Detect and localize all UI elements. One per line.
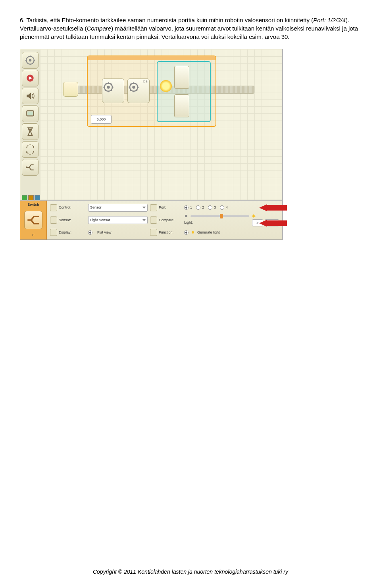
switch-false-branch[interactable] <box>174 94 189 117</box>
instruction-paragraph: 6. Tarkista, että Ehto-komento tarkkaile… <box>20 16 361 41</box>
config-panel-header: Switch 0 <box>20 201 47 239</box>
genlight-label: Generate light <box>197 230 220 235</box>
light-label: Light: <box>184 220 193 225</box>
tool-loop[interactable] <box>22 141 38 158</box>
port-4-radio[interactable]: 4 <box>220 205 228 210</box>
palette-tab-2[interactable] <box>28 195 34 201</box>
compare-icon <box>150 216 157 224</box>
flatview-radio[interactable] <box>88 230 92 235</box>
start-node[interactable] <box>63 82 78 97</box>
sensor-icon <box>50 216 57 224</box>
config-count: 0 <box>32 233 34 238</box>
sensor-label: Sensor: <box>50 216 86 224</box>
svg-point-9 <box>132 86 135 89</box>
program-canvas[interactable]: 5,000 C B <box>40 49 282 200</box>
motor-block-1[interactable] <box>102 79 124 103</box>
display-icon <box>50 229 57 236</box>
genlight-radio[interactable] <box>184 230 189 235</box>
svg-rect-4 <box>28 112 33 115</box>
bright-icon <box>252 214 256 218</box>
genlight-icon <box>191 230 195 234</box>
switch-block[interactable] <box>157 61 211 122</box>
config-grid: Control: Sensor Port: 1 2 3 4 Sensor: Li… <box>47 201 282 239</box>
svg-point-10 <box>185 215 187 217</box>
red-arrow-compare <box>259 220 287 227</box>
svg-point-11 <box>252 215 255 217</box>
palette-tabs[interactable] <box>22 195 40 201</box>
motor-block-2[interactable]: C B <box>127 79 150 103</box>
config-panel: Switch 0 Control: Sensor Port: 1 2 3 4 <box>20 200 282 239</box>
tool-record[interactable] <box>22 70 38 86</box>
svg-point-12 <box>192 231 194 234</box>
motor-ports-label: C B <box>143 80 148 84</box>
tool-display[interactable] <box>22 105 38 122</box>
svg-point-7 <box>107 86 110 89</box>
display-label: Display: <box>50 229 86 236</box>
compare-label: Compare: <box>150 216 182 224</box>
compare-italic: Compare <box>87 25 111 32</box>
control-label: Control: <box>50 204 86 211</box>
palette-tab-3[interactable] <box>35 195 40 201</box>
compare-slider-row <box>184 214 256 218</box>
port-icon <box>150 204 157 211</box>
genlight-group: Generate light <box>184 230 279 235</box>
control-icon <box>50 204 57 211</box>
port-2-radio[interactable]: 2 <box>196 205 204 210</box>
function-icon <box>150 229 157 236</box>
control-select[interactable]: Sensor <box>88 204 148 212</box>
text-part1: 6. Tarkista, että Ehto-komento tarkkaile… <box>20 17 313 23</box>
port-1-radio[interactable]: 1 <box>184 205 192 210</box>
nxt-screenshot: 5,000 C B Switch 0 Control: Sensor Port: <box>20 49 283 240</box>
flatview-group: Flat view <box>88 230 148 235</box>
switch-true-branch[interactable] <box>174 66 189 89</box>
port-italic: Port: 1/2/3/4 <box>313 17 346 23</box>
tool-wait[interactable] <box>22 123 38 140</box>
compare-slider[interactable] <box>190 215 249 217</box>
panel-title: Switch <box>27 202 39 207</box>
svg-point-1 <box>29 59 32 62</box>
red-arrow-port <box>259 204 287 211</box>
dark-icon <box>184 214 188 218</box>
function-label: Function: <box>150 229 182 236</box>
left-toolbar <box>20 49 40 201</box>
light-sensor-icon <box>160 80 172 92</box>
port-label: Port: <box>150 204 182 211</box>
palette-tab-1[interactable] <box>22 195 27 201</box>
flatview-label: Flat view <box>97 230 112 235</box>
page-footer: Copyright © 2011 Kontiolahden lasten ja … <box>0 568 381 576</box>
sensor-select[interactable]: Light Sensor <box>88 216 148 224</box>
loop-counter: 5,000 <box>91 115 112 124</box>
tool-sound[interactable] <box>22 88 38 104</box>
svg-point-5 <box>26 167 27 168</box>
tool-switch[interactable] <box>22 159 38 176</box>
switch-icon-large <box>24 211 42 229</box>
port-3-radio[interactable]: 3 <box>208 205 216 210</box>
tool-move[interactable] <box>22 52 38 69</box>
